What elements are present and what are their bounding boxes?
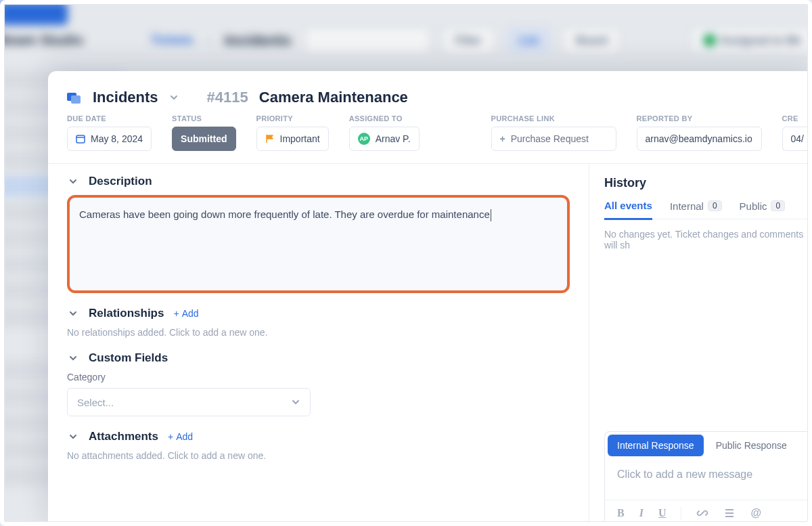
relationships-title: Relationships xyxy=(89,307,164,320)
plus-icon: + xyxy=(500,133,505,144)
assigned-to-chip[interactable]: AP Arnav P. xyxy=(349,127,420,151)
status-field: STATUS Submitted xyxy=(172,114,235,151)
created-field: CRE 04/ xyxy=(782,114,812,151)
flag-icon xyxy=(265,134,275,144)
assigned-to-label: ASSIGNED TO xyxy=(349,114,420,123)
svg-rect-1 xyxy=(71,95,81,104)
custom-fields-section: Custom Fields Category Select... xyxy=(67,351,570,416)
created-chip: 04/ xyxy=(782,127,812,151)
history-panel: History All events Internal 0 Public 0 N… xyxy=(589,164,812,526)
collapse-icon[interactable] xyxy=(67,431,79,443)
ticket-title: Camera Maintenance xyxy=(259,89,408,106)
purchase-link-field: PURCHASE LINK + Purchase Request xyxy=(491,114,616,151)
reported-by-field: REPORTED BY xyxy=(637,114,762,151)
ticket-meta-row: DUE DATE May 8, 2024 STATUS Submitted PR… xyxy=(48,114,812,164)
created-value: 04/ xyxy=(791,133,804,144)
mention-button[interactable]: @ xyxy=(750,507,761,519)
tab-internal[interactable]: Internal 0 xyxy=(670,200,722,219)
tab-public-response[interactable]: Public Response xyxy=(706,432,796,459)
composer-toolbar: B I U @ xyxy=(605,500,812,526)
ticket-number: #4115 xyxy=(207,89,248,106)
bold-button[interactable]: B xyxy=(617,507,625,519)
tab-internal-response[interactable]: Internal Response xyxy=(608,435,704,456)
collapse-icon[interactable] xyxy=(67,352,79,364)
add-attachment-link[interactable]: + Add xyxy=(168,431,193,442)
priority-value: Important xyxy=(280,133,320,144)
calendar-icon xyxy=(76,134,85,144)
created-label: CRE xyxy=(782,114,812,123)
relationships-section: Relationships + Add No relationships add… xyxy=(67,307,570,338)
underline-button[interactable]: U xyxy=(658,507,667,519)
purchase-link-value: Purchase Request xyxy=(511,133,589,144)
breadcrumb-dropdown[interactable] xyxy=(169,93,179,102)
list-button[interactable] xyxy=(723,507,736,519)
public-count-badge: 0 xyxy=(771,200,785,211)
due-date-value: May 8, 2024 xyxy=(91,133,143,144)
history-empty-text: No changes yet. Ticket changes and comme… xyxy=(604,229,812,250)
italic-button[interactable]: I xyxy=(639,507,644,519)
due-date-chip[interactable]: May 8, 2024 xyxy=(67,127,152,151)
modal-header: Incidents #4115 Camera Maintenance xyxy=(48,89,812,114)
assignee-avatar: AP xyxy=(358,133,370,145)
status-label: STATUS xyxy=(172,114,235,123)
ticket-detail-modal: Incidents #4115 Camera Maintenance DUE D… xyxy=(48,71,812,526)
priority-chip[interactable]: Important xyxy=(256,127,329,151)
composer-textarea[interactable]: Click to add a new message xyxy=(605,459,812,500)
plus-icon: + xyxy=(173,308,179,319)
reported-by-chip[interactable] xyxy=(637,127,762,151)
tab-all-events[interactable]: All events xyxy=(604,200,652,220)
assigned-to-field: ASSIGNED TO AP Arnav P. xyxy=(349,114,420,151)
history-tabs: All events Internal 0 Public 0 xyxy=(604,200,812,219)
attachments-section: Attachments + Add No attachments added. … xyxy=(67,430,570,461)
composer-tabs: Internal Response Public Response xyxy=(605,432,812,459)
tab-public[interactable]: Public 0 xyxy=(740,200,786,219)
priority-label: PRIORITY xyxy=(256,114,329,123)
purchase-link-label: PURCHASE LINK xyxy=(491,114,616,123)
due-date-label: DUE DATE xyxy=(67,114,152,123)
description-section: Description Cameras have been going down… xyxy=(67,175,570,293)
link-button[interactable] xyxy=(696,507,708,519)
category-select[interactable]: Select... xyxy=(67,388,311,416)
purchase-link-chip[interactable]: + Purchase Request xyxy=(491,127,616,151)
priority-field: PRIORITY Important xyxy=(256,114,329,151)
breadcrumb-category[interactable]: Incidents xyxy=(93,89,158,106)
attachments-helper[interactable]: No attachments added. Click to add a new… xyxy=(67,450,570,461)
collapse-icon[interactable] xyxy=(67,175,79,188)
status-chip[interactable]: Submitted xyxy=(172,127,235,151)
plus-icon: + xyxy=(168,431,173,442)
relationships-helper[interactable]: No relationships added. Click to add a n… xyxy=(67,327,570,338)
add-relationship-link[interactable]: + Add xyxy=(173,308,198,319)
history-title: History xyxy=(604,176,812,190)
reported-by-input[interactable] xyxy=(646,133,753,144)
description-editor[interactable]: Cameras have been going down more freque… xyxy=(67,195,570,293)
description-text: Cameras have been going down more freque… xyxy=(79,209,490,220)
incidents-icon xyxy=(67,91,82,104)
assignee-name: Arnav P. xyxy=(376,133,411,144)
category-label: Category xyxy=(67,372,570,382)
text-cursor xyxy=(491,209,491,221)
select-placeholder: Select... xyxy=(77,397,114,408)
svg-rect-2 xyxy=(76,135,85,143)
toolbar-divider xyxy=(681,507,681,519)
response-composer: Internal Response Public Response Click … xyxy=(604,431,812,526)
internal-count-badge: 0 xyxy=(708,200,722,211)
collapse-icon[interactable] xyxy=(67,307,79,320)
due-date-field: DUE DATE May 8, 2024 xyxy=(67,114,152,151)
ticket-left-panel: Description Cameras have been going down… xyxy=(48,164,589,526)
custom-fields-title: Custom Fields xyxy=(89,351,168,365)
attachments-title: Attachments xyxy=(89,430,158,443)
chevron-down-icon xyxy=(291,397,300,407)
reported-by-label: REPORTED BY xyxy=(637,114,762,123)
description-title: Description xyxy=(89,175,152,188)
